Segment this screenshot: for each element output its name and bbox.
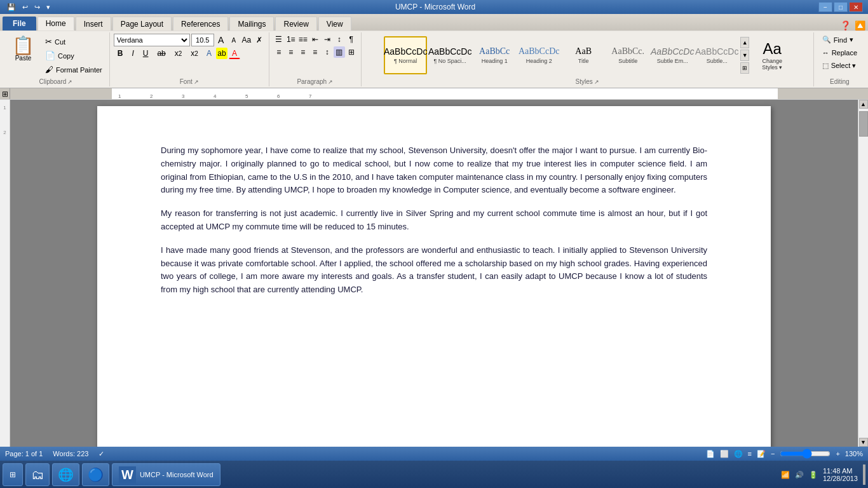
bold-button[interactable]: B	[114, 48, 127, 59]
scroll-down-button[interactable]: ▼	[859, 438, 868, 447]
start-icon: ⊞	[10, 470, 16, 479]
vertical-scrollbar[interactable]: ▲ ▼	[858, 100, 868, 447]
tab-home[interactable]: Home	[37, 17, 74, 30]
status-right: 📄 ⬜ 🌐 ≡ 📝 − + 130%	[706, 449, 863, 459]
maximize-button[interactable]: □	[834, 2, 848, 12]
tab-review[interactable]: Review	[275, 17, 316, 30]
font-size-up-button[interactable]: A	[215, 34, 227, 46]
text-highlight-button[interactable]: ab	[216, 48, 227, 59]
justify-button[interactable]: ≡	[309, 46, 321, 58]
style-no-spacing[interactable]: AaBbCcDc ¶ No Spaci...	[428, 36, 471, 74]
minimize-ribbon-icon[interactable]: 🔼	[855, 20, 865, 30]
view-print-icon[interactable]: 📄	[706, 450, 715, 458]
help-icon[interactable]: ❓	[840, 20, 851, 30]
view-web-icon[interactable]: 🌐	[734, 450, 743, 458]
clipboard-expand-icon[interactable]: ↗	[67, 79, 72, 85]
align-center-button[interactable]: ≡	[285, 46, 297, 58]
font-color-button[interactable]: A	[229, 48, 240, 59]
word-taskbar-button[interactable]: W UMCP - Microsoft Word	[112, 463, 220, 486]
show-desktop-button[interactable]	[863, 464, 865, 485]
scroll-thumb[interactable]	[859, 111, 868, 137]
styles-expand-icon[interactable]: ↗	[594, 79, 599, 85]
text-effects-button[interactable]: A	[203, 48, 215, 59]
quick-menu[interactable]: ▾	[44, 3, 52, 11]
styles-down-arrow[interactable]: ▼	[740, 50, 749, 61]
quick-save[interactable]: 💾	[5, 3, 18, 11]
ruler-corner[interactable]: ⊞	[0, 88, 10, 100]
styles-more-arrow[interactable]: ⊞	[740, 62, 749, 74]
close-button[interactable]: ✕	[849, 2, 863, 12]
style-subtitle[interactable]: AaBbCc. Subtitle	[606, 36, 649, 74]
tab-page-layout[interactable]: Page Layout	[112, 17, 172, 30]
font-expand-icon[interactable]: ↗	[194, 79, 199, 85]
numbering-button[interactable]: 1≡	[285, 34, 297, 45]
view-draft-icon[interactable]: 📝	[757, 450, 766, 458]
window-title: UMCP - Microsoft Word	[52, 3, 818, 11]
replace-button[interactable]: ↔ Replace	[818, 47, 862, 58]
tab-mailings[interactable]: Mailings	[229, 17, 274, 30]
style-normal[interactable]: AaBbCcDc ¶ Normal	[384, 36, 427, 74]
shading-button[interactable]: ▥	[334, 46, 345, 58]
cut-button[interactable]: ✂ Cut	[42, 35, 105, 48]
style-subtle2[interactable]: AaBbCcDc Subtle...	[695, 36, 738, 74]
increase-indent-button[interactable]: ⇥	[322, 34, 333, 45]
paste-button[interactable]: 📋 Paste	[6, 34, 40, 65]
style-heading2[interactable]: AaBbCcDc Heading 2	[517, 36, 560, 74]
time-display: 11:48 AM	[823, 467, 858, 475]
italic-button[interactable]: I	[128, 48, 137, 59]
align-left-button[interactable]: ≡	[273, 46, 285, 58]
paragraph-expand-icon[interactable]: ↗	[328, 79, 333, 85]
start-button[interactable]: ⊞	[3, 463, 23, 486]
font-name-select[interactable]: Verdana	[114, 34, 190, 46]
sort-button[interactable]: ↕	[334, 34, 345, 45]
show-formatting-button[interactable]: ¶	[346, 34, 357, 45]
paragraph-2[interactable]: My reason for transferring is not just a…	[161, 207, 707, 234]
clear-format-button[interactable]: ✗	[254, 34, 265, 46]
window-controls: − □ ✕	[818, 2, 863, 12]
tab-view[interactable]: View	[318, 17, 351, 30]
tab-insert[interactable]: Insert	[76, 17, 111, 30]
proofing-icon[interactable]: ✓	[98, 450, 104, 458]
quick-redo[interactable]: ↪	[32, 3, 42, 11]
quick-undo[interactable]: ↩	[20, 3, 30, 11]
paragraph-1[interactable]: During my sophomore year, I have come to…	[161, 144, 707, 197]
multilevel-list-button[interactable]: ≡≡	[297, 34, 309, 45]
paragraph-3[interactable]: I have made many good friends at Stevens…	[161, 244, 707, 297]
borders-button[interactable]: ⊞	[346, 46, 357, 58]
line-spacing-button[interactable]: ↕	[322, 46, 333, 58]
align-right-button[interactable]: ≡	[297, 46, 309, 58]
scroll-up-button[interactable]: ▲	[859, 100, 868, 109]
view-outline-icon[interactable]: ≡	[748, 450, 752, 458]
document-area[interactable]: During my sophomore year, I have come to…	[10, 100, 858, 447]
styles-up-arrow[interactable]: ▲	[740, 37, 749, 48]
style-title[interactable]: AaB Title	[562, 36, 605, 74]
view-fullscreen-icon[interactable]: ⬜	[720, 450, 729, 458]
change-styles-button[interactable]: Aa ChangeStyles ▾	[754, 37, 790, 74]
document[interactable]: During my sophomore year, I have come to…	[97, 106, 771, 447]
paragraph-group-label: Paragraph ↗	[297, 77, 333, 85]
strikethrough-button[interactable]: ab	[153, 48, 169, 59]
underline-button[interactable]: U	[139, 48, 153, 59]
decrease-indent-button[interactable]: ⇤	[309, 34, 321, 45]
zoom-out-button[interactable]: −	[771, 450, 775, 458]
format-painter-button[interactable]: 🖌 Format Painter	[42, 63, 105, 76]
zoom-in-button[interactable]: +	[836, 450, 839, 458]
chrome-taskbar-button[interactable]: 🔵	[82, 463, 109, 486]
folder-taskbar-button[interactable]: 🗂	[25, 463, 50, 486]
style-subtle-em[interactable]: AaBbCcDc Subtle Em...	[651, 36, 694, 74]
find-button[interactable]: 🔍 Find ▾	[818, 34, 858, 46]
browser-taskbar-button[interactable]: 🌐	[52, 463, 79, 486]
tab-references[interactable]: References	[173, 17, 228, 30]
subscript-button[interactable]: x2	[171, 48, 186, 59]
superscript-button[interactable]: x2	[187, 48, 202, 59]
font-size-down-button[interactable]: A	[228, 34, 240, 46]
font-size-input[interactable]	[191, 34, 214, 46]
copy-button[interactable]: 📄 Copy	[42, 49, 105, 62]
bullets-button[interactable]: ☰	[273, 34, 285, 45]
zoom-slider[interactable]	[780, 449, 831, 459]
select-button[interactable]: ⬚ Select ▾	[818, 60, 861, 72]
minimize-button[interactable]: −	[818, 2, 832, 12]
change-case-button[interactable]: Aa	[241, 34, 252, 46]
style-heading1[interactable]: AaBbCc Heading 1	[473, 36, 516, 74]
tab-file[interactable]: File	[3, 17, 36, 30]
